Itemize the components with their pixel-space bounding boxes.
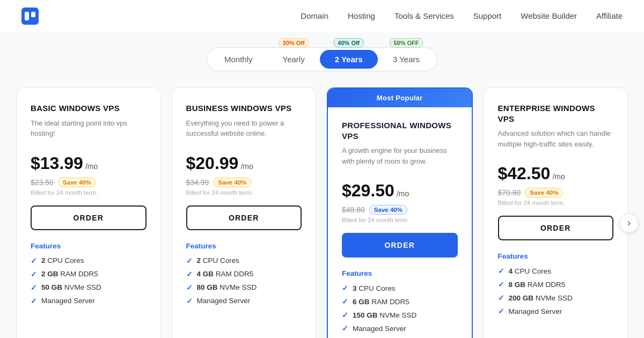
order-button-professional[interactable]: ORDER [342,233,458,258]
feature-item: ✓ 8 GB RAM DDR5 [498,280,614,289]
check-icon: ✓ [498,293,504,302]
feature-text: 6 GB RAM DDR5 [353,298,409,306]
feature-text: 4 CPU Cores [509,267,552,275]
plan-desc: Advanced solution which can handle multi… [498,128,614,154]
price-row: $13.99 /mo [31,153,147,173]
features-label: Features [342,269,458,277]
check-icon: ✓ [498,267,504,275]
feature-text: 8 GB RAM DDR5 [509,281,566,289]
nav-link-hosting[interactable]: Hosting [348,11,375,20]
plan-name: ENTERPRISE WINDOWS VPS [498,103,614,124]
check-icon: ✓ [31,270,37,278]
check-icon: ✓ [498,280,504,289]
billing-tab-3years[interactable]: 3 Years50% OFF [378,50,435,69]
nav-link-domain[interactable]: Domain [301,11,328,20]
feature-bold: 150 GB [353,311,378,319]
features-label: Features [186,242,302,250]
billed-note: Billed for 24 month term. [186,189,302,196]
feature-list: ✓ 3 CPU Cores ✓ 6 GB RAM DDR5 ✓ 150 GB N… [342,284,458,333]
order-button-business[interactable]: ORDER [186,205,302,230]
old-price: $23.50 [31,178,54,187]
feature-text: 150 GB NVMe SSD [353,311,416,319]
billing-tab-2years[interactable]: 2 Years40% Off [320,50,378,69]
plan-card-enterprise: ENTERPRISE WINDOWS VPSAdvanced solution … [484,87,628,338]
feature-text: 50 GB NVMe SSD [41,283,101,291]
plan-card-professional: Most PopularPROFESSIONAL WINDOWS VPSA gr… [327,87,473,338]
price-suffix: /mo [397,189,409,198]
feature-item: ✓ 150 GB NVMe SSD [342,311,458,319]
feature-item: ✓ 2 GB RAM DDR5 [31,270,147,278]
plan-desc: The ideal starting point into vps hostin… [31,118,147,144]
save-badge: Save 40% [525,188,563,197]
order-button-enterprise[interactable]: ORDER [498,216,614,240]
feature-item: ✓ Managed Server [342,324,458,333]
navbar: DomainHostingTools & ServicesSupportWebs… [0,0,644,32]
svg-rect-1 [31,12,35,17]
most-popular-banner: Most Popular [328,89,472,107]
billing-tab-monthly[interactable]: Monthly [209,50,268,69]
billed-note: Billed for 24 month term. [31,189,147,196]
check-icon: ✓ [342,324,348,333]
save-badge: Save 40% [213,178,251,187]
feature-list: ✓ 2 CPU Cores ✓ 2 GB RAM DDR5 ✓ 50 GB NV… [31,256,147,305]
feature-list: ✓ 2 CPU Cores ✓ 4 GB RAM DDR5 ✓ 80 GB NV… [186,256,302,305]
save-badge: Save 40% [369,205,407,215]
check-icon: ✓ [31,256,37,265]
order-button-basic[interactable]: ORDER [31,205,147,230]
feature-item: ✓ 50 GB NVMe SSD [31,283,147,292]
price-suffix: /mo [552,172,565,181]
feature-item: ✓ 3 CPU Cores [342,284,458,292]
price-main: $42.50 [498,164,551,183]
feature-item: ✓ 4 CPU Cores [498,267,614,275]
nav-links: DomainHostingTools & ServicesSupportWebs… [301,11,623,21]
feature-text: 200 GB NVMe SSD [509,294,573,302]
plan-name: BUSINESS WINDOWS VPS [186,103,302,114]
feature-text: 80 GB NVMe SSD [197,283,257,291]
feature-text: Managed Server [353,325,406,333]
plans-wrapper: BASIC WINDOWS VPSThe ideal starting poin… [16,87,628,338]
logo-icon [21,8,39,25]
price-row: $42.50 /mo [498,164,614,183]
feature-list: ✓ 4 CPU Cores ✓ 8 GB RAM DDR5 ✓ 200 GB N… [498,267,614,315]
discount-badge-yearly: 30% Off [279,38,309,48]
nav-link-support[interactable]: Support [473,11,502,20]
logo[interactable] [21,8,43,25]
discount-badge-3years: 50% OFF [389,38,423,48]
price-main: $20.99 [186,153,239,173]
price-row: $20.99 /mo [186,153,302,173]
check-icon: ✓ [498,307,504,315]
feature-item: ✓ Managed Server [186,297,302,305]
feature-bold: 8 GB [509,281,526,289]
feature-text: Managed Server [509,307,562,315]
feature-bold: 4 GB [197,270,214,278]
feature-text: Managed Server [41,297,95,305]
price-main: $29.50 [342,181,394,201]
feature-bold: 2 GB [41,270,58,278]
billing-tab-yearly[interactable]: Yearly30% Off [268,50,320,69]
billed-note: Billed for 24 month term. [498,200,614,206]
plan-name: BASIC WINDOWS VPS [31,103,147,114]
plan-desc: Everything you need to power a successfu… [186,118,302,144]
old-price: $34.99 [186,178,209,187]
check-icon: ✓ [31,283,37,292]
check-icon: ✓ [342,311,348,319]
feature-text: 2 GB RAM DDR5 [41,270,98,278]
check-icon: ✓ [342,297,348,306]
next-arrow[interactable]: › [619,214,639,233]
feature-bold: 2 [41,256,46,264]
nav-link-tools-&-services[interactable]: Tools & Services [394,11,454,20]
check-icon: ✓ [186,256,193,265]
plan-name: PROFESSIONAL WINDOWS VPS [342,120,458,141]
feature-item: ✓ 80 GB NVMe SSD [186,283,302,292]
discount-badge-2years: 40% Off [333,38,364,48]
check-icon: ✓ [342,284,348,292]
price-main: $13.99 [31,153,83,173]
nav-link-affiliate[interactable]: Affiliate [596,11,623,20]
plan-card-basic: BASIC WINDOWS VPSThe ideal starting poin… [16,87,161,338]
nav-link-website-builder[interactable]: Website Builder [521,11,577,20]
check-icon: ✓ [186,283,193,292]
billing-tabs: MonthlyYearly30% Off2 Years40% Off3 Year… [207,47,437,71]
check-icon: ✓ [186,270,193,278]
feature-text: 3 CPU Cores [353,284,396,292]
billing-section: MonthlyYearly30% Off2 Years40% Off3 Year… [0,32,644,82]
